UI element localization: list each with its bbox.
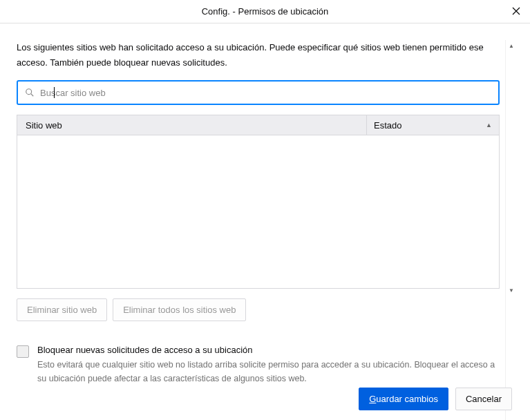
scroll-down-arrow-icon[interactable]: ▼ bbox=[506, 285, 517, 296]
titlebar: Config. - Permisos de ubicación bbox=[0, 0, 530, 23]
block-requests-label: Bloquear nuevas solicitudes de acceso a … bbox=[37, 345, 500, 355]
close-icon bbox=[512, 7, 520, 15]
search-input[interactable] bbox=[40, 88, 491, 98]
search-field-wrapper[interactable] bbox=[17, 80, 500, 105]
footer-buttons: Guardar cambios Cancelar bbox=[359, 388, 512, 410]
intro-text: Los siguientes sitios web han solicitado… bbox=[17, 40, 500, 70]
save-accesskey: G bbox=[369, 394, 376, 404]
remove-button-row: Eliminar sitio web Eliminar todos los si… bbox=[17, 298, 500, 321]
save-button[interactable]: Guardar cambios bbox=[359, 388, 448, 410]
window-title: Config. - Permisos de ubicación bbox=[202, 6, 329, 17]
block-requests-checkbox[interactable] bbox=[17, 345, 29, 358]
site-list[interactable] bbox=[17, 135, 500, 289]
sort-ascending-icon: ▲ bbox=[486, 122, 492, 128]
main-area: Los siguientes sitios web han solicitado… bbox=[17, 40, 505, 420]
column-status-label: Estado bbox=[374, 120, 401, 131]
text-cursor bbox=[54, 87, 55, 98]
block-text-group: Bloquear nuevas solicitudes de acceso a … bbox=[37, 345, 500, 385]
vertical-scrollbar[interactable]: ▲ ▼ bbox=[505, 40, 516, 420]
column-status-header[interactable]: Estado ▲ bbox=[366, 115, 499, 135]
table-header: Sitio web Estado ▲ bbox=[17, 115, 500, 135]
svg-point-0 bbox=[26, 89, 32, 95]
close-button[interactable] bbox=[508, 3, 524, 19]
block-requests-description: Esto evitará que cualquier sitio web no … bbox=[37, 358, 500, 385]
remove-site-button[interactable]: Eliminar sitio web bbox=[17, 298, 107, 321]
search-icon bbox=[25, 88, 35, 97]
block-new-requests-section: Bloquear nuevas solicitudes de acceso a … bbox=[17, 345, 500, 385]
scroll-up-arrow-icon[interactable]: ▲ bbox=[506, 40, 517, 51]
remove-all-sites-button[interactable]: Eliminar todos los sitios web bbox=[113, 298, 246, 321]
save-label-rest: uardar cambios bbox=[376, 394, 438, 404]
dialog-content: Los siguientes sitios web han solicitado… bbox=[0, 23, 530, 420]
cancel-button[interactable]: Cancelar bbox=[455, 388, 512, 410]
column-site-header[interactable]: Sitio web bbox=[17, 120, 366, 131]
svg-line-1 bbox=[31, 94, 34, 97]
